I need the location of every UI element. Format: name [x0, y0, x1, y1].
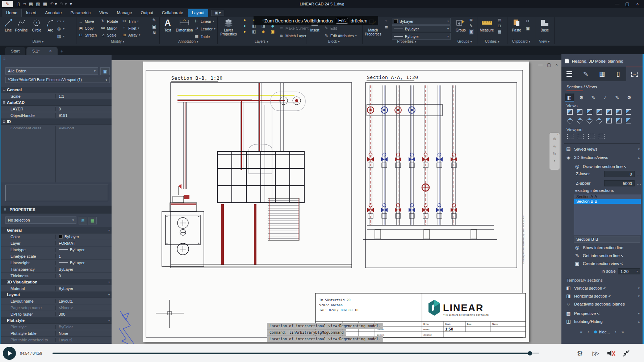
mute-icon[interactable]	[606, 349, 616, 358]
button-rotate[interactable]: ↻Rotate	[100, 18, 118, 25]
color-wheel-icon[interactable]: ◔	[385, 19, 388, 23]
ribbon-tab-output[interactable]: Output	[137, 9, 157, 17]
tab-close-icon[interactable]: ×	[49, 49, 52, 54]
unlock-icon[interactable]: ▣	[268, 29, 277, 34]
button-paste[interactable]: Paste	[509, 17, 524, 38]
monitor-icon[interactable]: ▣	[100, 67, 110, 75]
toolbar-more-icon[interactable]: ▾	[70, 1, 72, 7]
hide-label[interactable]: hide...	[599, 330, 610, 334]
vertical-section-row[interactable]: ◧ Vertical section <▾	[566, 285, 640, 291]
button-arc[interactable]: Arc	[44, 17, 57, 38]
button-text[interactable]: AText	[162, 17, 174, 38]
ribbon-tab-annotate[interactable]: Annotate	[41, 9, 66, 17]
group-label-properties[interactable]: Properties ▾	[397, 39, 416, 45]
viewport-gear-icon[interactable]: ⚙	[577, 93, 586, 101]
viewport-grid-icon[interactable]	[578, 134, 584, 139]
edit-icon[interactable]: ✎	[578, 67, 594, 81]
redo-icon[interactable]: ↷ ▾	[60, 1, 67, 7]
viewport-frame-icon[interactable]: ◧	[565, 93, 574, 101]
property-row-objecthandle[interactable]: ObjectHandle9191	[1, 112, 113, 119]
next-page-icon[interactable]: ›	[615, 329, 616, 334]
prev-page-icon[interactable]: ‹	[587, 329, 589, 334]
property-row-plot-table-attached-to[interactable]: Plot table attached toLayout1	[1, 337, 113, 343]
pipette-icon[interactable]: ✎	[613, 93, 622, 101]
navbar-more-icon[interactable]: ▾	[554, 159, 555, 163]
new-file-icon[interactable]: ▯	[17, 1, 20, 7]
button-dimension[interactable]: Dimension	[176, 17, 193, 38]
section-header-general[interactable]: General▾	[1, 227, 113, 233]
select-similar-icon[interactable]: ⊡	[498, 24, 501, 28]
group-label-view[interactable]: View ▾	[539, 39, 549, 45]
viewport-single-icon[interactable]	[567, 134, 573, 139]
property-row-dpi-to-raster[interactable]: DPI to raster300	[1, 311, 113, 317]
group-label-layers[interactable]: Layers ▾	[255, 39, 268, 45]
close-button[interactable]: ×	[632, 0, 643, 8]
get-intersection-row[interactable]: ✎ Get intersection line <	[574, 253, 640, 258]
deactivate-planes-row[interactable]: ◌ Deactivate sectional planes	[566, 301, 640, 307]
viewport-frame-a[interactable]	[365, 83, 517, 268]
offset-icon[interactable]: ≋	[152, 30, 156, 35]
mdi-restore-icon[interactable]: ▢	[547, 62, 551, 67]
assign-icon[interactable]: ✎	[589, 93, 598, 101]
button-stretch[interactable]: ⊡Stretch	[78, 31, 97, 38]
last-page-icon[interactable]: »	[622, 329, 624, 334]
button-scale[interactable]: ⊿Scale	[100, 31, 118, 38]
box-front-icon[interactable]	[577, 109, 582, 115]
prev-layer-icon[interactable]: ◆	[259, 29, 268, 34]
wrench-icon[interactable]: ∕	[601, 93, 610, 101]
box-left-icon[interactable]	[587, 109, 592, 115]
button-line[interactable]: Line	[2, 17, 14, 38]
button-measure[interactable]: Measure	[478, 17, 495, 38]
saved-views-row[interactable]: ▤ Saved views▾	[566, 146, 640, 152]
erase-icon[interactable]: ✎	[152, 18, 156, 23]
group-label-block[interactable]: Block ▾	[328, 39, 340, 45]
linetype-dropdown[interactable]: ByLayer▾	[392, 25, 451, 32]
section-header-autocad[interactable]: ⊟AutoCAD	[1, 100, 113, 106]
mdi-minimize-icon[interactable]: —	[538, 62, 543, 67]
z-upper-more-button[interactable]: ...	[637, 181, 641, 185]
ungroup-icon[interactable]: ⊠	[469, 18, 473, 22]
property-row-layer[interactable]: LayerFORMAT	[1, 240, 113, 247]
property-row-layout-name[interactable]: Layout nameLayout1	[1, 298, 113, 304]
ribbon-tab-insert[interactable]: Insert	[22, 9, 41, 17]
property-row-layer[interactable]: LAYER0	[1, 106, 113, 112]
button-copy[interactable]: ▣Copy	[78, 25, 97, 31]
iso-ne-icon[interactable]	[586, 118, 593, 124]
wireframe-icon[interactable]	[616, 109, 622, 115]
iso-sw-icon[interactable]	[567, 118, 573, 124]
list-icon[interactable]: ≣	[385, 25, 388, 30]
create-section-row[interactable]: ▣ Create section view <	[574, 261, 640, 266]
tab-current-drawing[interactable]: 5.1* ×	[26, 47, 57, 55]
draw-intersection-row[interactable]: ◎ Draw intersection line <	[574, 164, 640, 169]
copy-clip-icon[interactable]: ▣	[526, 26, 530, 31]
element-path-dropdown[interactable]: *Other*/AutoCAD Base Elements/Viewport (…	[5, 77, 110, 83]
viewport-clip-icon[interactable]	[588, 134, 594, 139]
bulb-on-icon[interactable]: ●	[241, 18, 249, 22]
ribbon-tab-collaborate[interactable]: Collaborate	[158, 9, 187, 17]
button-leader[interactable]: ↗Leader▾	[194, 25, 216, 32]
property-row-linetype-scale[interactable]: Linetype scale1	[1, 253, 113, 260]
box-top-icon[interactable]	[597, 109, 602, 115]
button-linear[interactable]: ⊢Linear▾	[194, 18, 216, 25]
play-button[interactable]	[3, 347, 16, 360]
save-icon[interactable]: ▤	[29, 1, 33, 7]
property-row-linetype[interactable]: LinetypeByLayer	[1, 247, 113, 253]
panel-drag-handle[interactable]: ⠿	[3, 57, 6, 61]
lineweight-dropdown[interactable]: ByLayer▾	[392, 33, 451, 40]
button-base[interactable]: Base	[538, 17, 552, 38]
layout-paper[interactable]: Section B-B, 1:20Section A-A, 1:20Im Süs…	[143, 62, 529, 342]
scale-dropdown[interactable]: 1:20▾	[618, 268, 640, 274]
button-fillet[interactable]: ◜Fillet▾	[122, 25, 140, 31]
open-folder-icon[interactable]: ▱	[23, 1, 26, 7]
menu-icon[interactable]	[561, 67, 578, 81]
ribbon-tab-home[interactable]: Home	[2, 9, 21, 17]
ribbon-tab-parametric[interactable]: Parametric	[67, 9, 95, 17]
quick-calc-icon[interactable]: ▦	[498, 29, 501, 34]
property-row-plot-style-table[interactable]: Plot style tableNone	[1, 330, 113, 337]
section-list-item[interactable]: Section A-A	[574, 194, 641, 199]
orbit-tool-icon[interactable]: ↻	[553, 152, 556, 156]
iso-se-icon[interactable]	[577, 118, 583, 124]
merge-icon[interactable]: ◧	[250, 29, 258, 34]
quick-select-icon[interactable]: ▦	[88, 217, 97, 224]
ellipse-tool[interactable]: ◎▾	[57, 25, 64, 32]
